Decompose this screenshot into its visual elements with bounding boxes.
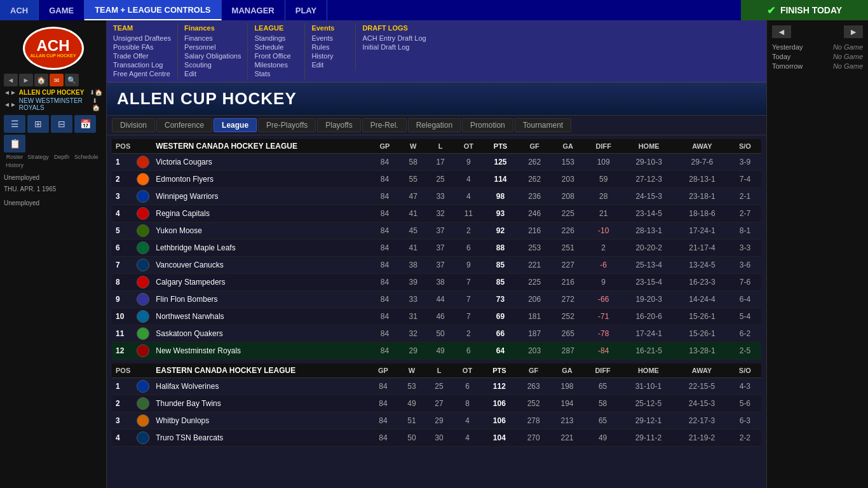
menu-unsigned-draftees[interactable]: Unsigned Draftees: [113, 34, 171, 43]
table-row[interactable]: 10 Northwest Narwhals 84 31 46 7 69 181 …: [112, 308, 761, 325]
diff-cell: 28: [585, 188, 622, 205]
table-row[interactable]: 4 Regina Capitals 84 41 32 11 93 246 225…: [112, 205, 761, 222]
tab-relegation[interactable]: Relegation: [408, 118, 461, 132]
logo-cell: [134, 395, 152, 412]
table-row[interactable]: 12 New Westminster Royals 84 29 49 6 64 …: [112, 342, 761, 360]
pos-cell: 12: [112, 342, 134, 360]
tomorrow-value: No Game: [833, 62, 863, 70]
menu-edit-events[interactable]: Edit: [311, 60, 349, 69]
menu-rules[interactable]: Rules: [311, 43, 349, 51]
tab-tournament[interactable]: Tournament: [515, 118, 571, 132]
diff-cell: 59: [585, 171, 622, 188]
tab-league[interactable]: League: [214, 118, 257, 132]
table-row[interactable]: 4 Truro TSN Bearcats 84 50 30 4 104 270 …: [112, 430, 761, 447]
table-row[interactable]: 7 Vancouver Canucks 84 38 37 9 85 221 22…: [112, 257, 761, 274]
l-cell: 49: [427, 342, 454, 360]
schedule-btn[interactable]: 📅: [74, 115, 96, 133]
nav-forward-btn[interactable]: ►: [19, 74, 33, 86]
tab-playoffs[interactable]: Playoffs: [317, 118, 360, 132]
away-cell: 23-18-1: [675, 188, 729, 205]
home-btn[interactable]: 🏠: [34, 74, 48, 86]
table-row[interactable]: 8 Calgary Stampeders 84 39 38 7 85 225 2…: [112, 274, 761, 291]
home-cell: 17-24-1: [622, 325, 675, 342]
league-header: ALLEN CUP HOCKEY: [107, 83, 766, 116]
table-row[interactable]: 11 Saskatoon Quakers 84 32 50 2 66 187 2…: [112, 325, 761, 342]
nav-game[interactable]: GAME: [39, 0, 85, 20]
history-btn[interactable]: 📋: [4, 135, 25, 152]
ga-cell: 227: [551, 257, 585, 274]
tab-pre-rel[interactable]: Pre-Rel.: [362, 118, 407, 132]
nav-back-btn[interactable]: ◄: [4, 74, 18, 86]
ga-cell: 287: [551, 342, 585, 360]
w-cell: 41: [400, 240, 427, 257]
menu-front-office[interactable]: Front Office: [254, 51, 298, 60]
logo-cell: [134, 291, 152, 308]
today-value: No Game: [833, 53, 863, 60]
nav-manager[interactable]: MANAGER: [222, 0, 285, 20]
roster-btn[interactable]: ☰: [4, 115, 25, 133]
nav-play[interactable]: PLAY: [285, 0, 327, 20]
finances-menu-title: Finances: [184, 24, 241, 32]
table-row[interactable]: 2 Edmonton Flyers 84 55 25 4 114 262 203…: [112, 171, 761, 188]
strategy-btn[interactable]: ⊞: [27, 115, 49, 133]
team-link[interactable]: ◄► NEW WESTMINSTER ROYALS ⬇🏠: [4, 97, 102, 111]
menu-possible-fas[interactable]: Possible FAs: [113, 43, 171, 51]
logo-sub-text: ALLAN CUP HOCKEY: [30, 53, 76, 58]
so-cell: 6-4: [729, 291, 761, 308]
table-row[interactable]: 3 Whitby Dunlops 84 51 29 4 106 278 213 …: [112, 412, 761, 430]
tab-division[interactable]: Division: [112, 118, 155, 132]
league-link[interactable]: ◄► ALLEN CUP HOCKEY ⬇🏠: [4, 89, 102, 96]
ga-cell: 225: [551, 205, 585, 222]
table-row[interactable]: 5 Yukon Moose 84 45 37 2 92 216 226 -10 …: [112, 222, 761, 240]
menu-milestones[interactable]: Milestones: [254, 60, 298, 69]
menu-initial-draft[interactable]: Initial Draft Log: [362, 43, 432, 51]
team-name-cell: Edmonton Flyers: [152, 171, 370, 188]
pos-cell: 4: [112, 205, 134, 222]
l-cell: 38: [427, 274, 454, 291]
menu-history[interactable]: History: [311, 51, 349, 60]
menu-transaction-log[interactable]: Transaction Log: [113, 60, 171, 69]
events-menu: Events Events Rules History Edit: [305, 23, 356, 71]
table-row[interactable]: 2 Thunder Bay Twins 84 49 27 8 106 252 1…: [112, 395, 761, 412]
pos-cell: 5: [112, 222, 134, 240]
menu-standings[interactable]: Standings: [254, 34, 298, 43]
ot-cell: 9: [454, 154, 484, 171]
l-cell: 25: [427, 171, 454, 188]
menu-scouting[interactable]: Scouting: [184, 60, 241, 69]
search-btn[interactable]: 🔍: [65, 74, 79, 86]
away-cell: 28-13-1: [675, 171, 729, 188]
gf-cell: 181: [518, 308, 552, 325]
gp-cell: 84: [369, 430, 398, 447]
tab-promotion[interactable]: Promotion: [462, 118, 513, 132]
schedule-next-btn[interactable]: ►: [844, 25, 863, 38]
menu-trade-offer[interactable]: Trade Offer: [113, 51, 171, 60]
ga-cell: 221: [550, 430, 584, 447]
menu-salary-obligations[interactable]: Salary Obligations: [184, 51, 241, 60]
menu-edit-finances[interactable]: Edit: [184, 69, 241, 78]
team-name-cell: Northwest Narwhals: [152, 308, 370, 325]
table-row[interactable]: 1 Halifax Wolverines 84 53 25 6 112 263 …: [112, 378, 761, 395]
home-cell: 27-12-3: [622, 171, 675, 188]
mail-btn[interactable]: ✉: [50, 74, 64, 86]
nav-ach[interactable]: ACH: [0, 0, 39, 20]
table-row[interactable]: 9 Flin Flon Bombers 84 33 44 7 73 206 27…: [112, 291, 761, 308]
diff-cell: 65: [584, 412, 621, 430]
finish-today-button[interactable]: ✔ FINISH TODAY: [741, 0, 868, 20]
table-row[interactable]: 3 Winnipeg Warriors 84 47 33 4 98 236 20…: [112, 188, 761, 205]
menu-finances[interactable]: Finances: [184, 34, 241, 43]
table-row[interactable]: 1 Victoria Cougars 84 58 17 9 125 262 15…: [112, 154, 761, 171]
tab-conference[interactable]: Conference: [156, 118, 212, 132]
menu-schedule[interactable]: Schedule: [254, 43, 298, 51]
menu-stats[interactable]: Stats: [254, 69, 298, 78]
menu-personnel[interactable]: Personnel: [184, 43, 241, 51]
tab-pre-playoffs[interactable]: Pre-Playoffs: [258, 118, 316, 132]
menu-free-agent-centre[interactable]: Free Agent Centre: [113, 69, 171, 78]
depth-btn[interactable]: ⊟: [51, 115, 72, 133]
menu-events[interactable]: Events: [311, 34, 349, 43]
table-row[interactable]: 6 Lethbridge Maple Leafs 84 41 37 6 88 2…: [112, 240, 761, 257]
schedule-prev-btn[interactable]: ◄: [772, 25, 791, 38]
nav-team-league[interactable]: TEAM + LEAGUE CONTROLS: [85, 0, 221, 20]
menu-ach-entry-draft[interactable]: ACH Entry Draft Log: [362, 34, 432, 43]
so-cell: 3-9: [729, 154, 761, 171]
away-cell: 22-17-3: [675, 412, 728, 430]
